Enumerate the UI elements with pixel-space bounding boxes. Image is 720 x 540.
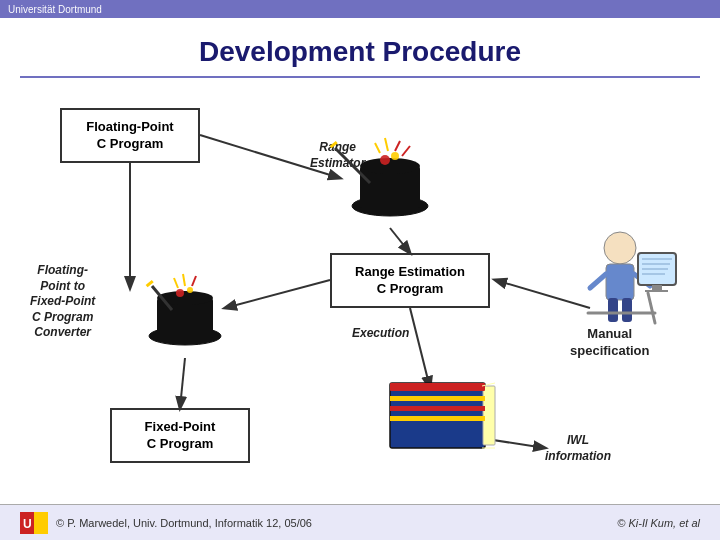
svg-line-36 [648, 293, 655, 323]
svg-line-15 [385, 138, 388, 151]
fp-converter-label: Floating-Point toFixed-PointC ProgramCon… [30, 263, 95, 341]
svg-line-2 [225, 280, 330, 308]
diagram-area: Floating-PointC Program Range Estimation… [0, 78, 720, 508]
svg-line-27 [152, 286, 172, 310]
execution-label: Execution [352, 326, 409, 342]
svg-point-29 [604, 232, 636, 264]
svg-line-14 [395, 141, 400, 151]
svg-rect-53 [34, 512, 48, 534]
svg-line-26 [183, 274, 185, 286]
svg-rect-37 [638, 253, 676, 285]
footer-left: U © P. Marwedel, Univ. Dortmund, Informa… [20, 512, 312, 534]
iwl-label: IWLinformation [545, 433, 611, 464]
university-logo: U [20, 512, 48, 534]
svg-rect-44 [390, 383, 485, 448]
svg-line-33 [590, 274, 606, 288]
svg-rect-31 [608, 298, 618, 322]
footer: U © P. Marwedel, Univ. Dortmund, Informa… [0, 504, 720, 540]
svg-line-25 [192, 276, 196, 286]
box-fp-program: Floating-PointC Program [60, 108, 200, 163]
svg-line-34 [634, 274, 650, 286]
svg-point-21 [157, 291, 213, 305]
box-re-program: Range EstimationC Program [330, 253, 490, 308]
top-bar: Universität Dortmund [0, 0, 720, 18]
svg-rect-28 [146, 280, 154, 287]
manual-label: Manualspecification [570, 326, 649, 360]
svg-rect-46 [390, 383, 485, 391]
svg-point-23 [187, 287, 193, 293]
page-title: Development Procedure [0, 18, 720, 76]
svg-point-11 [380, 155, 390, 165]
svg-line-16 [402, 146, 410, 156]
box-fixed-program: Fixed-PointC Program [110, 408, 250, 463]
svg-point-19 [149, 327, 221, 345]
svg-line-5 [410, 308, 430, 388]
svg-point-8 [352, 196, 428, 216]
svg-rect-48 [390, 406, 485, 411]
svg-line-1 [390, 228, 410, 253]
svg-rect-38 [652, 285, 662, 291]
svg-line-13 [375, 143, 380, 153]
svg-line-7 [480, 438, 545, 448]
svg-line-50 [482, 383, 495, 386]
svg-rect-49 [390, 416, 485, 421]
svg-rect-45 [483, 386, 495, 445]
main-content: Development Procedure Floating-PointC Pr… [0, 18, 720, 540]
university-label: Universität Dortmund [8, 4, 102, 15]
fp-program-label: Floating-PointC Program [86, 119, 173, 153]
svg-point-12 [391, 152, 399, 160]
footer-left-text: © P. Marwedel, Univ. Dortmund, Informati… [56, 517, 312, 529]
range-estimator-label: RangeEstimator [310, 140, 365, 171]
svg-rect-30 [606, 264, 634, 300]
svg-point-22 [176, 289, 184, 297]
svg-rect-32 [622, 298, 632, 322]
re-program-label: Range EstimationC Program [355, 264, 465, 298]
footer-right: © Ki-Il Kum, et al [617, 517, 700, 529]
fixed-program-label: Fixed-PointC Program [145, 419, 216, 453]
svg-rect-47 [390, 396, 485, 401]
svg-point-10 [360, 158, 420, 174]
footer-right-text: © Ki-Il Kum, et al [617, 517, 700, 529]
svg-line-24 [174, 278, 178, 288]
svg-text:U: U [23, 517, 32, 531]
svg-rect-20 [157, 298, 213, 338]
svg-line-6 [495, 280, 590, 308]
svg-rect-9 [360, 166, 420, 208]
svg-line-3 [180, 358, 185, 408]
